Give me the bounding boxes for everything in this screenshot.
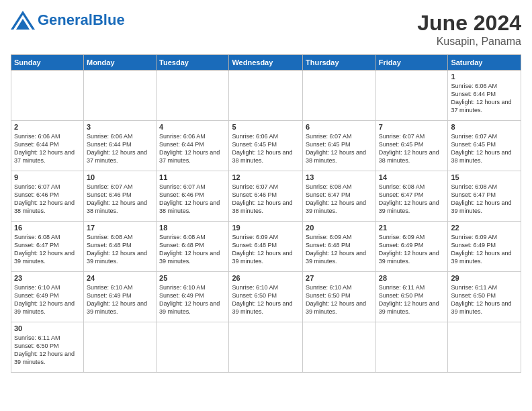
table-cell: 5Sunrise: 6:06 AM Sunset: 6:45 PM Daylig… — [229, 121, 303, 171]
header-row: Sunday Monday Tuesday Wednesday Thursday… — [11, 55, 521, 71]
table-cell — [448, 322, 521, 373]
table-cell — [83, 71, 156, 121]
day-info: Sunrise: 6:08 AM Sunset: 6:47 PM Dayligh… — [306, 183, 373, 216]
table-cell: 25Sunrise: 6:10 AM Sunset: 6:49 PM Dayli… — [157, 272, 229, 322]
col-tuesday: Tuesday — [157, 55, 229, 71]
day-number: 1 — [451, 73, 518, 81]
day-info: Sunrise: 6:06 AM Sunset: 6:44 PM Dayligh… — [87, 132, 153, 165]
table-cell: 7Sunrise: 6:07 AM Sunset: 6:45 PM Daylig… — [375, 121, 448, 171]
day-info: Sunrise: 6:07 AM Sunset: 6:46 PM Dayligh… — [14, 183, 81, 216]
table-cell: 8Sunrise: 6:07 AM Sunset: 6:45 PM Daylig… — [448, 121, 521, 171]
table-cell: 28Sunrise: 6:11 AM Sunset: 6:50 PM Dayli… — [375, 272, 448, 322]
table-cell: 27Sunrise: 6:10 AM Sunset: 6:50 PM Dayli… — [303, 272, 376, 322]
day-number: 8 — [451, 123, 518, 131]
table-cell — [229, 322, 303, 373]
col-monday: Monday — [83, 55, 156, 71]
day-number: 26 — [232, 274, 300, 282]
day-number: 13 — [306, 173, 373, 181]
day-number: 6 — [306, 123, 373, 131]
calendar-title: June 2024 — [417, 11, 521, 36]
table-cell: 16Sunrise: 6:08 AM Sunset: 6:47 PM Dayli… — [11, 222, 84, 272]
day-info: Sunrise: 6:09 AM Sunset: 6:49 PM Dayligh… — [379, 233, 445, 266]
col-wednesday: Wednesday — [229, 55, 303, 71]
logo-blue: Blue — [93, 11, 125, 28]
table-cell: 30Sunrise: 6:11 AM Sunset: 6:50 PM Dayli… — [11, 322, 84, 373]
table-cell: 2Sunrise: 6:06 AM Sunset: 6:44 PM Daylig… — [11, 121, 84, 171]
day-info: Sunrise: 6:07 AM Sunset: 6:45 PM Dayligh… — [306, 132, 373, 165]
table-cell — [229, 71, 303, 121]
title-block: June 2024 Kusapin, Panama — [417, 11, 521, 48]
day-info: Sunrise: 6:10 AM Sunset: 6:50 PM Dayligh… — [306, 283, 373, 316]
day-info: Sunrise: 6:10 AM Sunset: 6:49 PM Dayligh… — [87, 283, 153, 316]
day-number: 5 — [232, 123, 300, 131]
logo: GeneralBlue — [11, 11, 125, 30]
day-info: Sunrise: 6:08 AM Sunset: 6:47 PM Dayligh… — [451, 183, 518, 216]
day-number: 17 — [87, 224, 153, 232]
logo-general: General — [38, 11, 93, 28]
day-number: 9 — [14, 173, 81, 181]
table-cell: 18Sunrise: 6:08 AM Sunset: 6:48 PM Dayli… — [157, 222, 229, 272]
day-info: Sunrise: 6:06 AM Sunset: 6:44 PM Dayligh… — [451, 82, 518, 115]
table-cell: 15Sunrise: 6:08 AM Sunset: 6:47 PM Dayli… — [448, 171, 521, 222]
day-number: 23 — [14, 274, 81, 282]
day-number: 7 — [379, 123, 445, 131]
day-info: Sunrise: 6:11 AM Sunset: 6:50 PM Dayligh… — [451, 283, 518, 316]
day-info: Sunrise: 6:08 AM Sunset: 6:47 PM Dayligh… — [14, 233, 81, 266]
day-info: Sunrise: 6:09 AM Sunset: 6:48 PM Dayligh… — [306, 233, 373, 266]
col-saturday: Saturday — [448, 55, 521, 71]
table-cell — [11, 71, 84, 121]
day-info: Sunrise: 6:07 AM Sunset: 6:46 PM Dayligh… — [159, 183, 226, 216]
table-cell: 1Sunrise: 6:06 AM Sunset: 6:44 PM Daylig… — [448, 71, 521, 121]
day-number: 22 — [451, 224, 518, 232]
day-info: Sunrise: 6:06 AM Sunset: 6:45 PM Dayligh… — [232, 132, 300, 165]
day-number: 10 — [87, 173, 153, 181]
day-info: Sunrise: 6:10 AM Sunset: 6:50 PM Dayligh… — [232, 283, 300, 316]
header: GeneralBlue June 2024 Kusapin, Panama — [11, 11, 521, 48]
day-number: 29 — [451, 274, 518, 282]
day-number: 20 — [306, 224, 373, 232]
table-cell: 19Sunrise: 6:09 AM Sunset: 6:48 PM Dayli… — [229, 222, 303, 272]
table-cell: 9Sunrise: 6:07 AM Sunset: 6:46 PM Daylig… — [11, 171, 84, 222]
day-info: Sunrise: 6:07 AM Sunset: 6:45 PM Dayligh… — [379, 132, 445, 165]
col-sunday: Sunday — [11, 55, 84, 71]
day-info: Sunrise: 6:09 AM Sunset: 6:49 PM Dayligh… — [451, 233, 518, 266]
day-info: Sunrise: 6:10 AM Sunset: 6:49 PM Dayligh… — [14, 283, 81, 316]
day-info: Sunrise: 6:06 AM Sunset: 6:44 PM Dayligh… — [14, 132, 81, 165]
table-cell: 3Sunrise: 6:06 AM Sunset: 6:44 PM Daylig… — [83, 121, 156, 171]
table-cell: 23Sunrise: 6:10 AM Sunset: 6:49 PM Dayli… — [11, 272, 84, 322]
day-info: Sunrise: 6:09 AM Sunset: 6:48 PM Dayligh… — [232, 233, 300, 266]
day-info: Sunrise: 6:06 AM Sunset: 6:44 PM Dayligh… — [159, 132, 226, 165]
col-friday: Friday — [375, 55, 448, 71]
day-info: Sunrise: 6:07 AM Sunset: 6:46 PM Dayligh… — [87, 183, 153, 216]
calendar-week-row: 30Sunrise: 6:11 AM Sunset: 6:50 PM Dayli… — [11, 322, 521, 373]
day-number: 14 — [379, 173, 445, 181]
day-info: Sunrise: 6:11 AM Sunset: 6:50 PM Dayligh… — [14, 334, 81, 367]
table-cell — [83, 322, 156, 373]
table-cell: 24Sunrise: 6:10 AM Sunset: 6:49 PM Dayli… — [83, 272, 156, 322]
day-info: Sunrise: 6:07 AM Sunset: 6:46 PM Dayligh… — [232, 183, 300, 216]
calendar-week-row: 1Sunrise: 6:06 AM Sunset: 6:44 PM Daylig… — [11, 71, 521, 121]
day-number: 25 — [159, 274, 226, 282]
day-info: Sunrise: 6:07 AM Sunset: 6:45 PM Dayligh… — [451, 132, 518, 165]
logo-icon — [11, 11, 35, 30]
table-cell: 4Sunrise: 6:06 AM Sunset: 6:44 PM Daylig… — [157, 121, 229, 171]
day-number: 18 — [159, 224, 226, 232]
calendar-week-row: 16Sunrise: 6:08 AM Sunset: 6:47 PM Dayli… — [11, 222, 521, 272]
day-number: 24 — [87, 274, 153, 282]
day-number: 12 — [232, 173, 300, 181]
day-number: 27 — [306, 274, 373, 282]
table-cell — [375, 322, 448, 373]
day-info: Sunrise: 6:10 AM Sunset: 6:49 PM Dayligh… — [159, 283, 226, 316]
table-cell — [157, 71, 229, 121]
table-cell — [303, 322, 376, 373]
table-cell — [375, 71, 448, 121]
table-cell: 17Sunrise: 6:08 AM Sunset: 6:48 PM Dayli… — [83, 222, 156, 272]
col-thursday: Thursday — [303, 55, 376, 71]
page: GeneralBlue June 2024 Kusapin, Panama Su… — [0, 0, 532, 411]
day-number: 11 — [159, 173, 226, 181]
day-number: 30 — [14, 324, 81, 332]
day-number: 19 — [232, 224, 300, 232]
day-info: Sunrise: 6:11 AM Sunset: 6:50 PM Dayligh… — [379, 283, 445, 316]
table-cell: 21Sunrise: 6:09 AM Sunset: 6:49 PM Dayli… — [375, 222, 448, 272]
logo-text: GeneralBlue — [38, 13, 125, 28]
